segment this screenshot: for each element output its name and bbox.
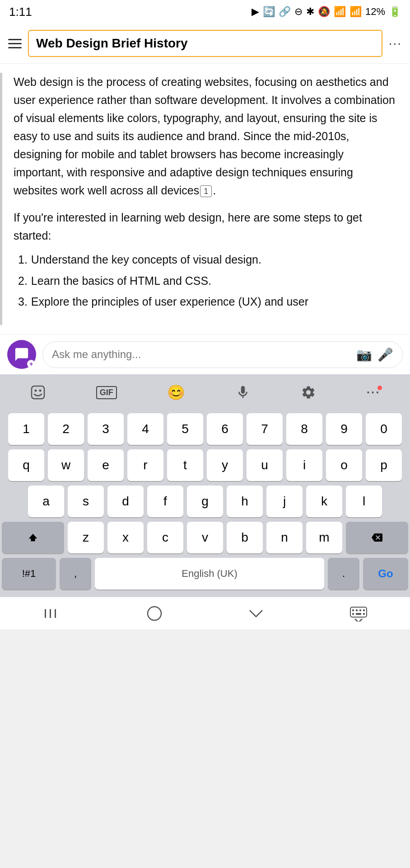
status-bar: 1:11 ▶ 🔄 🔗 ⊖ ✱ 🔕 📶 📶 12% 🔋: [0, 0, 410, 24]
battery-icon: 🔋: [389, 6, 401, 18]
toolbar: ···: [0, 24, 410, 64]
shift-icon: [27, 531, 39, 544]
key-y[interactable]: y: [207, 449, 243, 481]
list-item: 1. Understand the key concepts of visual…: [18, 250, 396, 269]
key-o[interactable]: o: [326, 449, 362, 481]
battery-level: 12%: [365, 6, 385, 18]
mute-icon: 🔕: [318, 6, 330, 18]
key-j[interactable]: j: [266, 486, 303, 517]
home-icon: [146, 605, 163, 622]
special-chars-key[interactable]: !#1: [2, 558, 56, 590]
zxcv-row: z x c v b n m: [2, 522, 408, 553]
key-4[interactable]: 4: [127, 413, 163, 445]
steps-list: 1. Understand the key concepts of visual…: [14, 250, 396, 311]
settings-button[interactable]: [301, 385, 316, 400]
hamburger-button[interactable]: [8, 39, 22, 48]
key-c[interactable]: c: [147, 522, 183, 553]
number-row: 1 2 3 4 5 6 7 8 9 0: [2, 413, 408, 445]
gif-button[interactable]: GIF: [96, 386, 117, 399]
key-u[interactable]: u: [247, 449, 283, 481]
list-item: 3. Explore the principles of user experi…: [18, 292, 396, 311]
gif-label: GIF: [96, 386, 117, 399]
recent-icon: [248, 607, 264, 620]
key-h[interactable]: h: [227, 486, 263, 517]
key-a[interactable]: a: [28, 486, 64, 517]
more-options-button[interactable]: ···: [389, 36, 402, 51]
app-area: ··· Web design is the process of creatin…: [0, 24, 410, 374]
backspace-icon: [370, 532, 384, 543]
keyboard-hide-button[interactable]: [349, 605, 368, 622]
period-key[interactable]: .: [328, 558, 359, 590]
voice-button[interactable]: [235, 385, 251, 400]
svg-rect-10: [359, 609, 361, 611]
key-d[interactable]: d: [107, 486, 144, 517]
key-k[interactable]: k: [306, 486, 342, 517]
key-m[interactable]: m: [306, 522, 342, 553]
rotate-icon: 🔄: [263, 6, 275, 18]
key-p[interactable]: p: [366, 449, 402, 481]
qwerty-row: q w e r t y u i o p: [2, 449, 408, 481]
key-3[interactable]: 3: [88, 413, 124, 445]
key-b[interactable]: b: [227, 522, 263, 553]
camera-icon[interactable]: 📷: [356, 347, 372, 362]
key-8[interactable]: 8: [286, 413, 322, 445]
svg-rect-0: [32, 386, 44, 399]
key-f[interactable]: f: [147, 486, 183, 517]
bottom-navigation: [0, 597, 410, 629]
recent-button[interactable]: [248, 607, 264, 620]
keyboard-toolbar: GIF 😊 ···: [0, 374, 410, 410]
sticker-icon: [30, 384, 46, 401]
comma-key[interactable]: ,: [60, 558, 91, 590]
sticker-button[interactable]: [30, 384, 46, 401]
key-l[interactable]: l: [346, 486, 382, 517]
svg-rect-12: [352, 613, 354, 615]
key-q[interactable]: q: [8, 449, 44, 481]
key-n[interactable]: n: [266, 522, 303, 553]
back-button[interactable]: [43, 607, 61, 620]
chat-bubble-button[interactable]: +: [7, 340, 36, 369]
ask-input-wrapper[interactable]: 📷 🎤: [42, 341, 403, 368]
backspace-key[interactable]: [346, 522, 408, 553]
key-z[interactable]: z: [68, 522, 104, 553]
back-icon: [43, 607, 61, 620]
emoji-button[interactable]: 😊: [167, 384, 185, 401]
svg-rect-4: [50, 609, 51, 618]
svg-rect-7: [350, 607, 367, 617]
key-t[interactable]: t: [167, 449, 203, 481]
shift-key[interactable]: [2, 522, 64, 553]
keyboard-hide-icon: [349, 605, 368, 622]
key-1[interactable]: 1: [8, 413, 44, 445]
key-5[interactable]: 5: [167, 413, 203, 445]
key-9[interactable]: 9: [326, 413, 362, 445]
keyboard: 1 2 3 4 5 6 7 8 9 0 q w e r t y u i o p …: [0, 410, 410, 597]
key-g[interactable]: g: [187, 486, 223, 517]
microphone-icon[interactable]: 🎤: [377, 347, 393, 362]
notification-dot: [377, 386, 382, 390]
key-2[interactable]: 2: [48, 413, 84, 445]
key-r[interactable]: r: [127, 449, 163, 481]
status-time: 1:11: [9, 5, 32, 19]
key-w[interactable]: w: [48, 449, 84, 481]
key-6[interactable]: 6: [207, 413, 243, 445]
more-toolbar-button[interactable]: ···: [367, 386, 381, 400]
space-key[interactable]: English (UK): [95, 558, 324, 590]
signal-icon: 📶: [349, 6, 362, 18]
svg-rect-3: [45, 609, 46, 618]
key-v[interactable]: v: [187, 522, 223, 553]
key-7[interactable]: 7: [247, 413, 283, 445]
key-e[interactable]: e: [88, 449, 124, 481]
paragraph-1: Web design is the process of creating we…: [14, 73, 396, 199]
title-input[interactable]: [28, 30, 382, 57]
dnd-icon: ⊖: [294, 6, 303, 18]
ask-input[interactable]: [52, 348, 351, 361]
wifi-icon: 📶: [334, 6, 346, 18]
steps-intro: If you're interested in learning web des…: [14, 208, 396, 245]
svg-point-6: [148, 607, 161, 620]
key-s[interactable]: s: [68, 486, 104, 517]
status-icons: ▶ 🔄 🔗 ⊖ ✱ 🔕 📶 📶 12% 🔋: [252, 6, 401, 18]
key-0[interactable]: 0: [366, 413, 402, 445]
home-button[interactable]: [146, 605, 163, 622]
key-x[interactable]: x: [107, 522, 144, 553]
key-i[interactable]: i: [286, 449, 322, 481]
go-key[interactable]: Go: [363, 558, 408, 590]
